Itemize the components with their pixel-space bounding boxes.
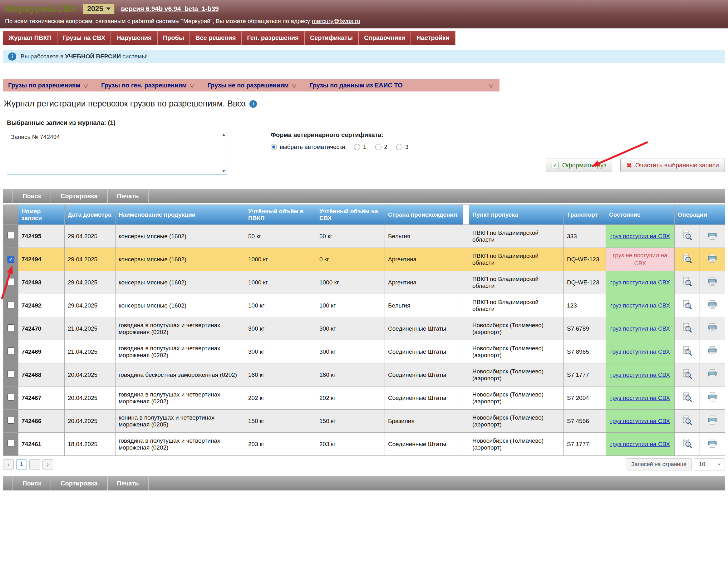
print-record-icon[interactable] bbox=[707, 254, 717, 265]
view-cell bbox=[675, 363, 700, 386]
prev-page-button[interactable]: ‹ bbox=[3, 459, 14, 470]
toolbar-item-0[interactable]: Поиск bbox=[13, 476, 51, 490]
selected-records-listbox[interactable]: Запись № 742494 ▲ ▼ bbox=[7, 131, 227, 175]
year-select[interactable]: 2025 bbox=[83, 3, 115, 14]
row-checkbox[interactable] bbox=[7, 371, 14, 377]
radio-button[interactable] bbox=[396, 144, 402, 150]
cargo-status-link[interactable]: груз поступил на СВХ bbox=[609, 325, 671, 333]
toolbar-item-1[interactable]: Сортировка bbox=[51, 476, 108, 490]
print-record-icon[interactable] bbox=[707, 346, 717, 357]
view-record-icon[interactable] bbox=[682, 254, 692, 265]
print-record-icon[interactable] bbox=[707, 392, 717, 403]
dropdown-triangle-icon[interactable]: ▽ bbox=[489, 82, 493, 89]
nav-tab-5[interactable]: Ген. разрешения bbox=[242, 31, 304, 45]
clear-selection-button[interactable]: ✖ Очистить выбранные записи bbox=[620, 159, 725, 172]
page-number-button[interactable]: 1 bbox=[16, 459, 27, 470]
view-record-icon[interactable] bbox=[682, 346, 692, 357]
row-checkbox[interactable] bbox=[7, 301, 14, 308]
cargo-status-link[interactable]: груз поступил на СВХ bbox=[609, 302, 671, 310]
print-record-icon[interactable] bbox=[707, 277, 717, 288]
view-record-icon[interactable] bbox=[682, 392, 692, 403]
scroll-down-icon[interactable]: ▼ bbox=[222, 169, 226, 173]
cert-form-option-2[interactable]: 2 bbox=[375, 144, 388, 150]
view-record-icon[interactable] bbox=[682, 416, 692, 426]
dropdown-triangle-icon[interactable]: ▽ bbox=[83, 82, 88, 89]
view-cell bbox=[675, 271, 700, 294]
toolbar-item-2[interactable]: Печать bbox=[108, 189, 149, 203]
row-checkbox[interactable] bbox=[7, 324, 14, 331]
cargo-status-link[interactable]: груз поступил на СВХ bbox=[609, 371, 671, 379]
training-notice-banner: i Вы работаете в УЧЕБНОЙ ВЕРСИИ системы! bbox=[3, 50, 725, 63]
toolbar-item-0[interactable]: Поиск bbox=[13, 189, 51, 203]
print-cell bbox=[700, 433, 725, 456]
info-icon[interactable]: i bbox=[249, 100, 257, 108]
per-page-select[interactable]: 10 bbox=[694, 458, 725, 470]
view-record-icon[interactable] bbox=[682, 369, 692, 380]
transport-cell: S7 6789 bbox=[564, 317, 606, 340]
cargo-status-link[interactable]: груз поступил на СВХ bbox=[609, 440, 671, 448]
next-page-button[interactable]: › bbox=[42, 459, 53, 470]
row-checkbox[interactable] bbox=[7, 232, 14, 239]
radio-button[interactable] bbox=[354, 144, 360, 150]
nav-tab-7[interactable]: Справочники bbox=[359, 31, 411, 45]
print-record-icon[interactable] bbox=[707, 231, 717, 242]
radio-button[interactable] bbox=[375, 144, 381, 150]
radio-button[interactable] bbox=[271, 144, 277, 150]
subnav-item-3[interactable]: Грузы по данным из ЕАИС ТО bbox=[309, 82, 402, 89]
view-record-icon[interactable] bbox=[682, 300, 692, 311]
chevron-down-icon bbox=[106, 7, 111, 10]
transport-cell: S7 1777 bbox=[564, 433, 606, 456]
notice-emphasis: УЧЕБНОЙ ВЕРСИИ bbox=[65, 53, 121, 60]
checkpoint-cell: ПВКП по Владимирской области bbox=[469, 248, 564, 271]
subnav-item-0[interactable]: Грузы по разрешениям bbox=[8, 82, 80, 89]
print-record-icon[interactable] bbox=[707, 300, 717, 311]
nav-tab-0[interactable]: Журнал ПВКП bbox=[3, 31, 57, 45]
support-email-link[interactable]: mercury@fsvps.ru bbox=[312, 18, 360, 24]
row-checkbox[interactable] bbox=[7, 394, 14, 401]
toolbar-item-2[interactable]: Печать bbox=[108, 476, 149, 490]
scroll-up-icon[interactable]: ▲ bbox=[222, 132, 226, 136]
nav-tab-8[interactable]: Настройки bbox=[411, 31, 455, 45]
toolbar-item-1[interactable]: Сортировка bbox=[51, 189, 108, 203]
version-link[interactable]: версия 6.94b v6.94_beta_1-b39 bbox=[121, 5, 219, 12]
view-record-icon[interactable] bbox=[682, 439, 692, 450]
nav-tab-4[interactable]: Все решения bbox=[190, 31, 242, 45]
status-cell: груз поступил на СВХ bbox=[606, 386, 675, 410]
cert-form-option-3[interactable]: 3 bbox=[396, 144, 409, 150]
cargo-status-link[interactable]: груз поступил на СВХ bbox=[609, 394, 671, 402]
view-record-icon[interactable] bbox=[682, 277, 692, 288]
row-checkbox[interactable]: ✓ bbox=[7, 256, 14, 263]
dropdown-triangle-icon[interactable]: ▽ bbox=[190, 82, 194, 89]
view-record-icon[interactable] bbox=[682, 323, 692, 334]
print-record-icon[interactable] bbox=[707, 439, 717, 450]
table-header-row: Номер записи Дата досмотра Наименование … bbox=[3, 205, 725, 225]
print-record-icon[interactable] bbox=[707, 323, 717, 334]
row-checkbox[interactable] bbox=[7, 417, 14, 424]
cert-form-option-1[interactable]: 1 bbox=[354, 144, 366, 150]
subnav-item-1[interactable]: Грузы по ген. разрешениям bbox=[101, 82, 187, 89]
country-cell: Аргентина bbox=[385, 271, 463, 294]
row-checkbox[interactable] bbox=[7, 347, 14, 354]
cargo-status-link[interactable]: груз поступил на СВХ bbox=[609, 417, 671, 425]
cargo-status-link[interactable]: груз поступил на СВХ bbox=[609, 348, 671, 356]
row-checkbox[interactable] bbox=[7, 440, 14, 447]
product-name-cell: говядина в полутушах и четвертинах морож… bbox=[116, 340, 245, 363]
nav-tab-2[interactable]: Нарушения bbox=[111, 31, 157, 45]
selected-record-item[interactable]: Запись № 742494 bbox=[11, 134, 219, 140]
print-record-icon[interactable] bbox=[707, 369, 717, 380]
cargo-status-link[interactable]: груз поступил на СВХ bbox=[609, 278, 671, 287]
selected-records-label: Выбранные записи из журнала: (1) bbox=[7, 119, 728, 126]
row-checkbox[interactable] bbox=[7, 278, 14, 285]
nav-tab-1[interactable]: Грузы на СВХ bbox=[57, 31, 111, 45]
info-icon: i bbox=[8, 52, 16, 61]
nav-tab-6[interactable]: Сертификаты bbox=[305, 31, 359, 45]
cargo-status-link[interactable]: груз поступил на СВХ bbox=[609, 232, 671, 240]
process-cargo-button[interactable]: ✓ Оформить груз bbox=[546, 159, 612, 172]
nav-tab-3[interactable]: Пробы bbox=[158, 31, 190, 45]
cert-form-option-0[interactable]: выбрать автоматически bbox=[271, 144, 345, 150]
header-inspection-date: Дата досмотра bbox=[65, 205, 116, 225]
view-record-icon[interactable] bbox=[682, 231, 692, 242]
print-record-icon[interactable] bbox=[707, 416, 717, 426]
subnav-item-2[interactable]: Грузы не по разрешениям bbox=[208, 82, 289, 89]
dropdown-triangle-icon[interactable]: ▽ bbox=[292, 82, 297, 89]
